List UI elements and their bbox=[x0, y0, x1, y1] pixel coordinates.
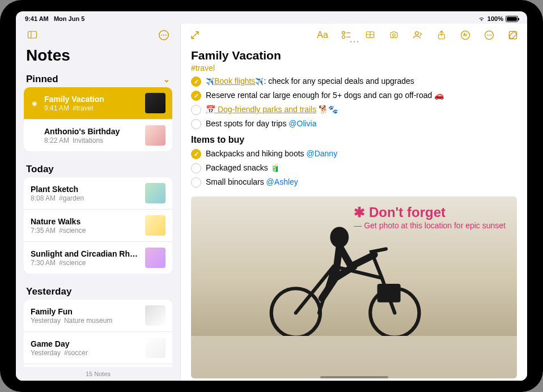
wifi-icon bbox=[478, 16, 485, 22]
note-thumbnail bbox=[145, 248, 166, 268]
svg-rect-0 bbox=[28, 31, 37, 38]
more-options-button[interactable] bbox=[158, 29, 170, 41]
svg-point-19 bbox=[489, 35, 490, 36]
svg-point-5 bbox=[166, 35, 167, 36]
svg-point-18 bbox=[487, 35, 488, 36]
note-thumbnail bbox=[145, 215, 166, 236]
markup-button[interactable] bbox=[459, 29, 472, 41]
svg-point-14 bbox=[415, 32, 418, 35]
more-button[interactable] bbox=[483, 29, 495, 41]
note-row-game-day[interactable]: Game Day Yesterday#soccer bbox=[24, 332, 172, 364]
svg-point-6 bbox=[342, 31, 345, 34]
note-thumbnail bbox=[145, 125, 166, 146]
mention-ashley[interactable]: @Ashley bbox=[266, 177, 298, 186]
svg-point-3 bbox=[161, 35, 162, 36]
new-note-button[interactable] bbox=[507, 29, 519, 41]
note-editor[interactable]: Aa bbox=[180, 24, 527, 381]
note-title[interactable]: Family Vacation bbox=[191, 49, 517, 62]
toggle-sidebar-button[interactable] bbox=[26, 29, 39, 41]
checkbox[interactable] bbox=[191, 91, 201, 101]
notes-sidebar: Notes Pinned ⌄ ◉ Family Vacation 9:41 AM… bbox=[16, 24, 180, 381]
link-book-flights[interactable]: Book flights bbox=[214, 76, 255, 86]
svg-rect-26 bbox=[377, 284, 401, 302]
checkbox[interactable] bbox=[191, 105, 201, 115]
collaborate-button[interactable] bbox=[412, 29, 424, 41]
table-button[interactable] bbox=[364, 29, 376, 41]
checkbox[interactable] bbox=[191, 119, 201, 129]
note-thumbnail bbox=[145, 338, 166, 358]
checkbox[interactable] bbox=[191, 177, 201, 188]
section-pinned-header[interactable]: Pinned ⌄ bbox=[16, 69, 180, 87]
note-row-aurora-borealis[interactable]: Aurora Borealis YesterdayCollisions with… bbox=[24, 364, 172, 367]
handwriting-annotation: ✱ Don't forget — Get photo at this locat… bbox=[354, 204, 506, 231]
status-time: 9:41 AM bbox=[25, 15, 49, 22]
section-yesterday-header: Yesterday bbox=[16, 282, 180, 300]
note-row-nature-walks[interactable]: Nature Walks 7:35 AM#science bbox=[24, 210, 172, 242]
status-date: Mon Jun 5 bbox=[54, 15, 84, 22]
checkbox[interactable] bbox=[191, 76, 201, 87]
svg-point-8 bbox=[342, 36, 345, 39]
mention-olivia[interactable]: @Olivia bbox=[289, 119, 316, 128]
checkbox[interactable] bbox=[191, 163, 201, 173]
checkbox[interactable] bbox=[191, 149, 201, 159]
note-thumbnail bbox=[145, 183, 166, 203]
section-today-header: Today bbox=[16, 159, 180, 177]
home-indicator[interactable] bbox=[320, 376, 388, 378]
expand-button[interactable] bbox=[189, 29, 201, 41]
multitasking-grabber[interactable] bbox=[350, 41, 358, 42]
camera-button[interactable] bbox=[388, 29, 400, 41]
share-button[interactable] bbox=[435, 29, 448, 41]
battery-icon bbox=[506, 16, 518, 22]
svg-point-20 bbox=[490, 35, 491, 36]
sidebar-title: Notes bbox=[16, 46, 180, 69]
checklist-travel[interactable]: ✈️Book flights✈️: check for any special … bbox=[191, 76, 517, 129]
checklist-items-to-buy[interactable]: Backpacks and hiking boots @Danny Packag… bbox=[191, 148, 517, 188]
svg-point-13 bbox=[393, 34, 396, 37]
checklist-button[interactable] bbox=[340, 29, 353, 41]
note-row-plant-sketch[interactable]: Plant Sketch 8:08 AM#garden bbox=[24, 177, 172, 210]
notes-count: 15 Notes bbox=[16, 367, 180, 381]
chevron-down-icon: ⌄ bbox=[163, 75, 170, 84]
note-row-family-vacation[interactable]: ◉ Family Vacation 9:41 AM#travel bbox=[24, 87, 172, 120]
note-image-attachment[interactable]: ✱ Don't forget — Get photo at this locat… bbox=[191, 197, 517, 378]
note-row-family-fun[interactable]: Family Fun YesterdayNature museum bbox=[24, 300, 172, 332]
note-thumbnail bbox=[145, 93, 166, 113]
link-dog-friendly[interactable]: 📅 Dog-friendly parks and trails bbox=[206, 105, 316, 114]
format-text-button[interactable]: Aa bbox=[316, 29, 329, 41]
note-tag[interactable]: #travel bbox=[191, 63, 517, 73]
battery-percent: 100% bbox=[487, 15, 503, 22]
pinned-shared-icon: ◉ bbox=[31, 100, 39, 107]
mention-danny[interactable]: @Danny bbox=[306, 149, 337, 158]
svg-point-4 bbox=[163, 35, 164, 36]
note-thumbnail bbox=[145, 305, 166, 326]
subheading[interactable]: Items to buy bbox=[191, 135, 517, 145]
note-row-sunlight-circadian[interactable]: Sunlight and Circadian Rhy… 7:30 AM#scie… bbox=[24, 242, 172, 274]
note-row-anthonios-birthday[interactable]: Anthonio's Birthday 8:22 AMInvitations bbox=[24, 120, 172, 151]
status-bar: 9:41 AM Mon Jun 5 100% bbox=[16, 11, 527, 24]
